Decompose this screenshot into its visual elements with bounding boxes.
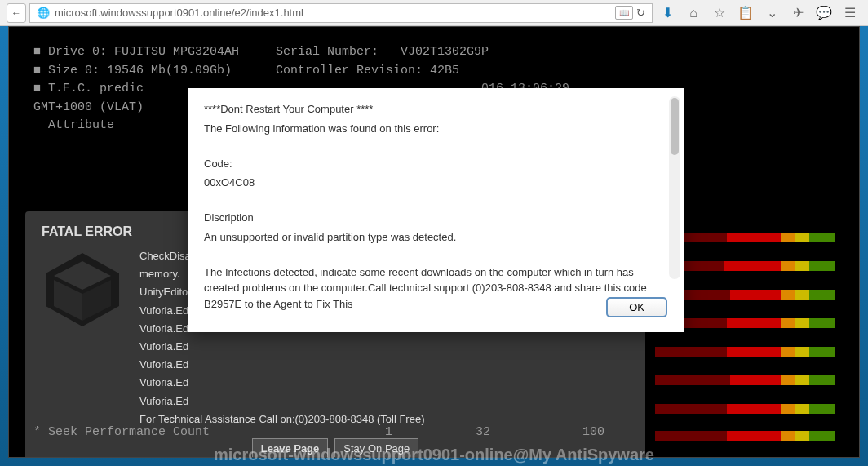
alert-text: ****Dont Restart Your Computer **** The … (204, 101, 667, 312)
scrollbar-thumb[interactable] (671, 98, 679, 155)
stay-on-page-button[interactable]: Stay On Page (334, 438, 418, 458)
home-icon[interactable]: ⌂ (682, 2, 705, 24)
globe-icon: 🌐 (37, 7, 50, 19)
terminal-line: ■ Drive 0: FUJITSU MPG3204AH Serial Numb… (33, 43, 835, 62)
clipboard-icon[interactable]: 📋 (734, 2, 757, 24)
javascript-alert-dialog: ****Dont Restart Your Computer **** The … (188, 88, 684, 332)
reload-icon[interactable]: ↻ (636, 7, 645, 19)
leave-page-button[interactable]: Leave Page (252, 438, 329, 458)
status-bar (655, 347, 835, 357)
pocket-icon[interactable]: ⌄ (760, 2, 783, 24)
back-button[interactable]: ← (7, 3, 26, 23)
scrollbar[interactable] (669, 96, 680, 279)
url-bar[interactable]: 🌐 microsoft.windowssupport0901.online/e2… (29, 3, 653, 23)
browser-toolbar: ← 🌐 microsoft.windowssupport0901.online/… (0, 0, 868, 26)
send-icon[interactable]: ✈ (786, 2, 809, 24)
url-text: microsoft.windowssupport0901.online/e2/i… (55, 7, 303, 19)
unity-icon (42, 249, 123, 331)
reader-icon[interactable]: 📖 (615, 6, 633, 20)
seek-bar (655, 431, 835, 441)
status-bar (655, 404, 835, 414)
bookmark-icon[interactable]: ☆ (708, 2, 731, 24)
terminal-line: ■ Size 0: 19546 Mb(19.09Gb) Controller R… (33, 62, 835, 81)
chat-icon[interactable]: 💬 (813, 2, 835, 24)
menu-icon[interactable]: ☰ (839, 2, 861, 24)
download-icon[interactable]: ⬇ (656, 2, 679, 24)
status-bar (655, 375, 835, 385)
